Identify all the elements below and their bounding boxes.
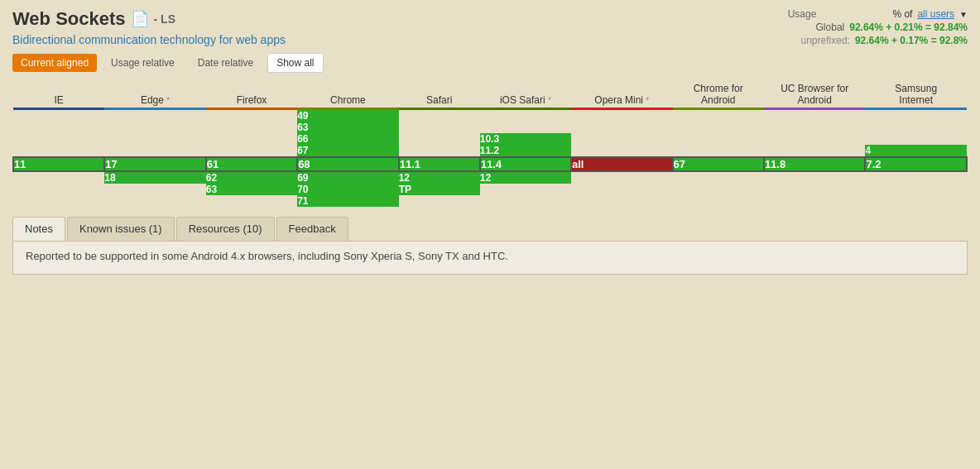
controls-row: Current aligned Usage relative Date rela…	[12, 53, 968, 73]
current-row: 11 17 61 68 11.1 11.4 all 67 11.8 7.2	[13, 157, 967, 171]
edge-b2	[104, 184, 206, 195]
firefox-current[interactable]: 61	[206, 157, 297, 171]
uc-current[interactable]: 11.8	[764, 157, 866, 171]
chrome-android-b2	[673, 184, 764, 195]
uc-b1	[764, 171, 866, 184]
page-title: Web Sockets 📄 - LS	[12, 8, 286, 30]
grid-row-below-3: 71	[13, 195, 967, 207]
safari-b2[interactable]: TP	[399, 184, 480, 195]
usage-relative-button[interactable]: Usage relative	[102, 53, 184, 73]
uc-r3	[764, 133, 866, 145]
ie-b3	[13, 195, 104, 207]
samsung-r3	[865, 133, 967, 145]
ios-current[interactable]: 11.4	[480, 157, 571, 171]
safari-r4	[399, 145, 480, 157]
ios-b1[interactable]: 12	[480, 171, 571, 184]
uc-b2	[764, 184, 866, 195]
safari-b3	[399, 195, 480, 207]
firefox-r3	[206, 133, 297, 145]
global-value: 92.64% + 0.21% = 92.84%	[849, 22, 968, 33]
stats-section: Usage % of all users ▼ Global 92.64% + 0…	[788, 8, 968, 48]
safari-b1[interactable]: 12	[399, 171, 480, 184]
firefox-r4	[206, 145, 297, 157]
opera-current[interactable]: all	[571, 157, 673, 171]
dropdown-icon[interactable]: ▼	[959, 10, 968, 19]
ie-current[interactable]: 11	[13, 157, 104, 171]
edge-r2	[104, 122, 206, 133]
samsung-r1	[865, 110, 967, 122]
date-relative-button[interactable]: Date relative	[189, 53, 262, 73]
chrome-android-current[interactable]: 67	[673, 157, 764, 171]
opera-r3	[571, 133, 673, 145]
show-all-button[interactable]: Show all	[267, 53, 323, 73]
tab-known-issues[interactable]: Known issues (1)	[67, 217, 175, 241]
tabs-row: Notes Known issues (1) Resources (10) Fe…	[12, 217, 968, 242]
chrome-android-r4	[673, 145, 764, 157]
chrome-android-r1	[673, 110, 764, 122]
uc-r2	[764, 122, 866, 133]
page-container: Web Sockets 📄 - LS Bidirectional communi…	[0, 0, 980, 469]
chrome-android-r3	[673, 133, 764, 145]
opera-r4	[571, 145, 673, 157]
opera-b2	[571, 184, 673, 195]
edge-current[interactable]: 17	[104, 157, 206, 171]
tab-feedback[interactable]: Feedback	[276, 217, 348, 241]
title-suffix: - LS	[154, 12, 175, 26]
chrome-r1[interactable]: 49	[297, 110, 399, 122]
chrome-b3[interactable]: 71	[297, 195, 399, 207]
edge-r4	[104, 145, 206, 157]
ie-r2	[13, 122, 104, 133]
opera-header: Opera Mini *	[571, 81, 673, 108]
ios-b2	[480, 184, 571, 195]
global-label: Global	[795, 22, 844, 33]
safari-r1	[399, 110, 480, 122]
chrome-b2[interactable]: 70	[297, 184, 399, 195]
title-text: Web Sockets	[12, 8, 126, 30]
unprefixed-value: 92.64% + 0.17% = 92.8%	[855, 35, 968, 46]
grid-row-below-1: 18 62 69 12 12	[13, 171, 967, 184]
chrome-r2[interactable]: 63	[297, 122, 399, 133]
ios-b3	[480, 195, 571, 207]
chrome-r3[interactable]: 66	[297, 133, 399, 145]
uc-header: UC Browser forAndroid	[764, 81, 866, 108]
ie-r1	[13, 110, 104, 122]
tab-notes[interactable]: Notes	[12, 217, 65, 241]
ie-b1	[13, 171, 104, 184]
samsung-r4[interactable]: 4	[865, 145, 967, 157]
unprefixed-row: unprefixed: 92.64% + 0.17% = 92.8%	[788, 35, 968, 46]
grid-row-2: 63	[13, 122, 967, 133]
ios-r3[interactable]: 10.3	[480, 133, 571, 145]
firefox-b3	[206, 195, 297, 207]
unprefixed-label: unprefixed:	[801, 35, 850, 46]
firefox-b1[interactable]: 62	[206, 171, 297, 184]
tab-resources[interactable]: Resources (10)	[176, 217, 275, 241]
ios-r4[interactable]: 11.2	[480, 145, 571, 157]
edge-r1	[104, 110, 206, 122]
usage-header-row: Usage % of all users ▼	[788, 8, 968, 20]
chrome-android-r2	[673, 122, 764, 133]
safari-r3	[399, 133, 480, 145]
uc-r4	[764, 145, 866, 157]
chrome-r4[interactable]: 67	[297, 145, 399, 157]
opera-b1	[571, 171, 673, 184]
chrome-b1[interactable]: 69	[297, 171, 399, 184]
ie-r3	[13, 133, 104, 145]
ie-b2	[13, 184, 104, 195]
uc-b3	[764, 195, 866, 207]
subtitle-link[interactable]: Bidirectional communication technology f…	[12, 33, 286, 46]
users-dropdown[interactable]: all users	[917, 8, 954, 20]
samsung-current[interactable]: 7.2	[865, 157, 967, 171]
edge-b1[interactable]: 18	[104, 171, 206, 184]
samsung-r2	[865, 122, 967, 133]
firefox-r1	[206, 110, 297, 122]
samsung-header: SamsungInternet	[865, 81, 967, 108]
safari-header: Safari	[399, 81, 480, 108]
current-aligned-button[interactable]: Current aligned	[12, 54, 97, 72]
grid-row-3: 66 10.3	[13, 133, 967, 145]
firefox-b2[interactable]: 63	[206, 184, 297, 195]
chrome-android-b3	[673, 195, 764, 207]
chrome-current[interactable]: 68	[297, 157, 399, 171]
safari-r2	[399, 122, 480, 133]
safari-current[interactable]: 11.1	[399, 157, 480, 171]
firefox-header: Firefox	[206, 81, 297, 108]
